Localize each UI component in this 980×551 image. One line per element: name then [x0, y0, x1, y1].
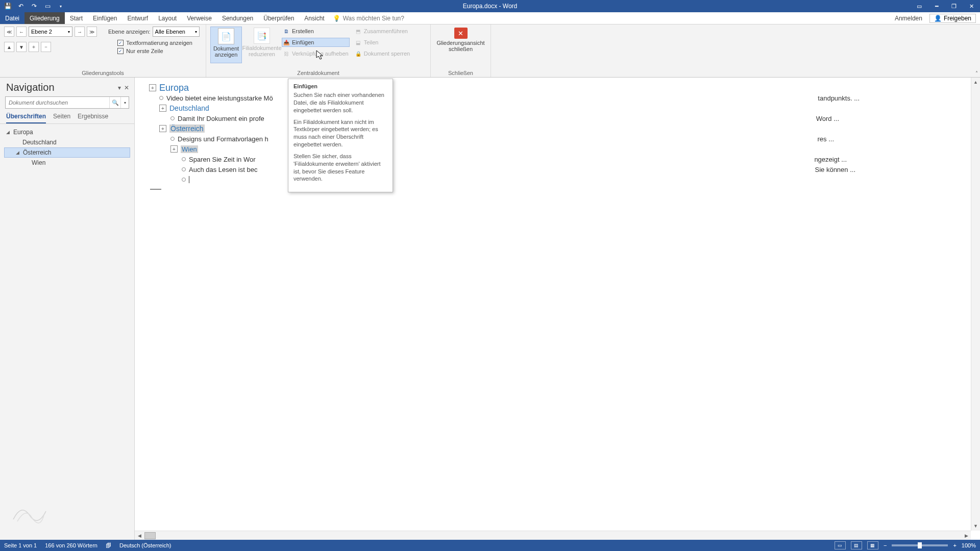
group-close: Schließen [431, 70, 491, 77]
collapse-ribbon-icon[interactable]: ˄ [975, 70, 978, 76]
body-text[interactable]: Video bietet eine leistungsstarke Mö [166, 94, 273, 102]
expand-icon[interactable]: + [159, 125, 166, 132]
outline-level-select[interactable]: Ebene 2 ▾ [29, 27, 72, 37]
nav-search[interactable]: 🔍 ▾ [5, 96, 129, 109]
body-text[interactable]: Auch das Lesen ist bec [189, 166, 257, 173]
nav-dropdown-icon[interactable]: ▾ [118, 84, 121, 91]
heading-2[interactable]: Deutschland [169, 104, 209, 112]
merge-button[interactable]: ⬒Zusammenführen [354, 27, 411, 36]
status-language[interactable]: Deutsch (Österreich) [119, 542, 171, 548]
show-document-button[interactable]: 📄 Dokument anzeigen [210, 27, 242, 63]
nav-tree: ◢Europa Deutschland ◢Österreich Wien [0, 124, 134, 171]
nav-tab-pages[interactable]: Seiten [53, 113, 70, 123]
collapse-subdocs-button[interactable]: 📑 Filialdokumente reduzieren [246, 27, 278, 63]
undo-icon[interactable]: ↶ [16, 2, 26, 11]
tab-view[interactable]: Ansicht [299, 12, 329, 24]
move-down-button[interactable]: ▼ [16, 42, 27, 52]
demote-button[interactable]: → [75, 27, 85, 37]
create-subdoc-button[interactable]: 🗎Erstellen [282, 27, 350, 36]
chk-first-line-only[interactable]: ✓Nur erste Zeile [117, 48, 192, 54]
maximize-icon[interactable]: ❐ [945, 0, 963, 12]
search-dropdown-icon[interactable]: ▾ [120, 97, 129, 108]
tab-mailings[interactable]: Sendungen [217, 12, 258, 24]
share-button[interactable]: 👤 Freigeben [929, 14, 976, 23]
proofing-icon[interactable]: 🗐 [106, 542, 111, 548]
ribbon-tabs: Datei Gliederung Start Einfügen Entwurf … [0, 12, 980, 24]
tree-item-oesterreich[interactable]: ◢Österreich [4, 147, 130, 158]
nav-tab-headings[interactable]: Überschriften [6, 113, 46, 123]
collapse-button[interactable]: － [41, 42, 51, 52]
lock-doc-button[interactable]: 🔒Dokument sperren [354, 49, 411, 58]
nav-close-icon[interactable]: ✕ [124, 84, 129, 91]
tree-item-deutschland[interactable]: Deutschland [4, 137, 130, 147]
tab-file[interactable]: Datei [0, 12, 24, 24]
redo-icon[interactable]: ↷ [30, 2, 39, 11]
horizontal-scrollbar[interactable]: ◀ ▶ [135, 531, 971, 540]
tab-start[interactable]: Start [65, 12, 88, 24]
expand-icon[interactable]: + [149, 84, 156, 91]
search-icon[interactable]: 🔍 [109, 97, 120, 108]
minimize-icon[interactable]: ━ [928, 0, 945, 12]
expand-icon[interactable]: + [159, 105, 166, 112]
signin-link[interactable]: Anmelden [895, 15, 922, 22]
tab-layout[interactable]: Layout [153, 12, 182, 24]
scroll-thumb[interactable] [144, 532, 156, 539]
tree-item-europa[interactable]: ◢Europa [4, 127, 130, 137]
heading-1[interactable]: Europa [159, 83, 189, 93]
expand-button[interactable]: ＋ [29, 42, 39, 52]
tab-review[interactable]: Überprüfen [258, 12, 299, 24]
body-bullet [182, 157, 186, 161]
split-button[interactable]: ⬓Teilen [354, 38, 411, 47]
zoom-out-icon[interactable]: − [884, 542, 887, 548]
tell-me[interactable]: 💡 Was möchten Sie tun? [333, 12, 404, 24]
close-outline-button[interactable]: ✕ Gliederungsansicht schließen [435, 27, 486, 63]
scroll-up-icon[interactable]: ▲ [971, 78, 980, 87]
promote-button[interactable]: ← [16, 27, 27, 37]
status-wordcount[interactable]: 166 von 260 Wörtern [45, 542, 97, 548]
ribbon-options-icon[interactable]: ▭ [911, 0, 928, 12]
qat-dropdown-icon[interactable]: ▾ [56, 2, 65, 11]
scroll-right-icon[interactable]: ▶ [962, 533, 971, 538]
body-text[interactable]: Damit Ihr Dokument ein profe [178, 115, 264, 122]
tab-insert[interactable]: Einfügen [88, 12, 122, 24]
zoom-in-icon[interactable]: + [953, 542, 956, 548]
promote-top-button[interactable]: ≪ [4, 27, 14, 37]
view-web-icon[interactable]: ▦ [867, 541, 878, 549]
insert-doc-icon: 📥 [283, 39, 290, 46]
heading-2-selected[interactable]: Österreich [169, 124, 205, 133]
chevron-down-icon: ▾ [68, 30, 70, 34]
body-text[interactable]: Designs und Formatvorlagen h [178, 135, 268, 143]
chevron-down-icon: ▾ [195, 30, 197, 34]
outline-view[interactable]: +Europa Video bietet eine leistungsstark… [135, 78, 980, 190]
demote-body-button[interactable]: ≫ [87, 27, 97, 37]
quick-access-toolbar: 💾 ↶ ↷ ▭ ▾ [0, 0, 65, 12]
chk-show-formatting[interactable]: ✓Textformatierung anzeigen [117, 40, 192, 46]
scroll-left-icon[interactable]: ◀ [135, 533, 144, 538]
body-text[interactable]: Sparen Sie Zeit in Wor [189, 156, 256, 163]
view-read-icon[interactable]: ▭ [835, 541, 846, 549]
scroll-down-icon[interactable]: ▼ [971, 521, 980, 531]
zoom-slider[interactable] [892, 544, 948, 546]
tree-item-wien[interactable]: Wien [4, 158, 130, 168]
save-icon[interactable]: 💾 [3, 2, 12, 11]
close-icon[interactable]: ✕ [963, 0, 980, 12]
zoom-value[interactable]: 100% [962, 542, 976, 548]
touchmode-icon[interactable]: ▭ [43, 2, 52, 11]
tab-outline[interactable]: Gliederung [24, 12, 65, 24]
tab-design[interactable]: Entwurf [122, 12, 153, 24]
heading-3[interactable]: Wien [181, 145, 198, 153]
show-level-select[interactable]: Alle Ebenen ▾ [153, 27, 200, 37]
unlink-button[interactable]: ⛓Verknüpfung aufheben [282, 49, 350, 58]
status-page[interactable]: Seite 1 von 1 [4, 542, 37, 548]
search-input[interactable] [6, 97, 109, 108]
expand-icon[interactable]: + [170, 145, 178, 153]
tooltip-text: Suchen Sie nach einer vorhandenen Datei,… [293, 91, 387, 114]
body-bullet [170, 137, 175, 141]
tab-references[interactable]: Verweise [182, 12, 217, 24]
view-print-icon[interactable]: ▤ [851, 541, 862, 549]
move-up-button[interactable]: ▲ [4, 42, 14, 52]
insert-subdoc-button[interactable]: 📥Einfügen [282, 38, 350, 47]
body-bullet [170, 116, 175, 120]
vertical-scrollbar[interactable]: ▲ ▼ [971, 78, 980, 531]
nav-tab-results[interactable]: Ergebnisse [78, 113, 108, 123]
